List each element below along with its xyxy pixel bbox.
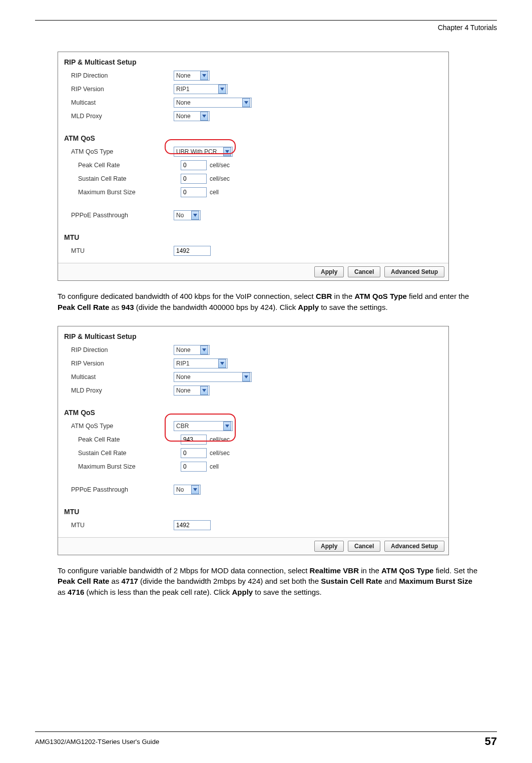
- pppoe-passthrough-label: PPPoE Passthrough: [64, 486, 174, 493]
- section-rip-multicast: RIP & Multicast Setup: [64, 332, 442, 340]
- footer-guide-name: AMG1302/AMG1202-TSeries User's Guide: [35, 738, 159, 745]
- rip-direction-label: RIP Direction: [64, 346, 174, 353]
- mld-proxy-label: MLD Proxy: [64, 387, 174, 394]
- rip-version-select[interactable]: RIP1: [174, 84, 228, 94]
- mtu-label: MTU: [64, 522, 174, 529]
- multicast-select[interactable]: None: [174, 98, 252, 108]
- chevron-down-icon: [223, 422, 231, 431]
- peak-cell-rate-input[interactable]: [181, 160, 207, 170]
- config-panel-1: RIP & Multicast Setup RIP Direction None…: [58, 52, 449, 281]
- chevron-down-icon: [200, 386, 208, 395]
- advanced-setup-button[interactable]: Advanced Setup: [384, 541, 444, 552]
- multicast-label: Multicast: [64, 99, 174, 106]
- sustain-unit: cell/sec: [210, 450, 230, 457]
- paragraph-2: To configure variable bandwidth of 2 Mbp…: [58, 565, 478, 598]
- chevron-down-icon: [200, 112, 208, 121]
- max-burst-size-input[interactable]: [181, 187, 207, 197]
- mtu-input[interactable]: [174, 520, 211, 530]
- chevron-down-icon: [200, 345, 208, 354]
- mld-proxy-select[interactable]: None: [174, 111, 210, 121]
- chevron-down-icon: [191, 211, 199, 220]
- peak-cell-rate-input[interactable]: [181, 435, 207, 445]
- chevron-down-icon: [242, 372, 250, 381]
- advanced-setup-button[interactable]: Advanced Setup: [384, 266, 444, 277]
- section-mtu: MTU: [64, 508, 442, 516]
- rip-version-label: RIP Version: [64, 360, 174, 367]
- multicast-label: Multicast: [64, 373, 174, 380]
- sustain-cell-rate-label: Sustain Cell Rate: [64, 450, 181, 457]
- section-rip-multicast: RIP & Multicast Setup: [64, 58, 442, 66]
- mtu-label: MTU: [64, 247, 174, 254]
- section-mtu: MTU: [64, 233, 442, 241]
- pppoe-passthrough-select[interactable]: No: [174, 210, 201, 220]
- atm-qos-type-select[interactable]: UBR With PCR: [174, 147, 233, 157]
- max-burst-size-label: Maximum Burst Size: [64, 189, 181, 196]
- cancel-button[interactable]: Cancel: [348, 541, 380, 552]
- chevron-down-icon: [242, 98, 250, 107]
- config-panel-2: RIP & Multicast Setup RIP Direction None…: [58, 326, 449, 555]
- peak-cell-rate-label: Peak Cell Rate: [64, 162, 181, 169]
- multicast-select[interactable]: None: [174, 372, 252, 382]
- peak-unit: cell/sec: [210, 162, 230, 169]
- cancel-button[interactable]: Cancel: [348, 266, 380, 277]
- atm-qos-type-label: ATM QoS Type: [64, 423, 174, 430]
- section-atm-qos: ATM QoS: [64, 409, 442, 417]
- pppoe-passthrough-label: PPPoE Passthrough: [64, 212, 174, 219]
- atm-qos-type-label: ATM QoS Type: [64, 148, 174, 155]
- mtu-input[interactable]: [174, 246, 211, 256]
- rip-direction-select[interactable]: None: [174, 71, 210, 81]
- sustain-cell-rate-label: Sustain Cell Rate: [64, 175, 181, 182]
- apply-button[interactable]: Apply: [314, 266, 344, 277]
- max-burst-size-label: Maximum Burst Size: [64, 463, 181, 470]
- button-bar: Apply Cancel Advanced Setup: [58, 263, 448, 280]
- sustain-cell-rate-input[interactable]: [181, 448, 207, 458]
- paragraph-1: To configure dedicated bandwidth of 400 …: [58, 291, 478, 313]
- mld-proxy-label: MLD Proxy: [64, 113, 174, 120]
- chevron-down-icon: [200, 71, 208, 80]
- section-atm-qos: ATM QoS: [64, 134, 442, 142]
- peak-unit: cell/sec: [210, 436, 230, 443]
- rip-version-select[interactable]: RIP1: [174, 358, 228, 368]
- rip-direction-select[interactable]: None: [174, 345, 210, 355]
- apply-button[interactable]: Apply: [314, 541, 344, 552]
- chevron-down-icon: [218, 85, 226, 94]
- chevron-down-icon: [218, 359, 226, 368]
- peak-cell-rate-label: Peak Cell Rate: [64, 436, 181, 443]
- page-number: 57: [485, 735, 497, 748]
- chapter-header: Chapter 4 Tutorials: [35, 24, 497, 32]
- rip-direction-label: RIP Direction: [64, 72, 174, 79]
- button-bar: Apply Cancel Advanced Setup: [58, 537, 448, 555]
- mld-proxy-select[interactable]: None: [174, 386, 210, 396]
- chevron-down-icon: [223, 147, 231, 156]
- atm-qos-type-select[interactable]: CBR: [174, 421, 233, 431]
- sustain-cell-rate-input[interactable]: [181, 174, 207, 184]
- chevron-down-icon: [191, 485, 199, 494]
- rip-version-label: RIP Version: [64, 86, 174, 93]
- sustain-unit: cell/sec: [210, 175, 230, 182]
- burst-unit: cell: [210, 463, 219, 470]
- pppoe-passthrough-select[interactable]: No: [174, 485, 201, 495]
- max-burst-size-input[interactable]: [181, 462, 207, 472]
- burst-unit: cell: [210, 189, 219, 196]
